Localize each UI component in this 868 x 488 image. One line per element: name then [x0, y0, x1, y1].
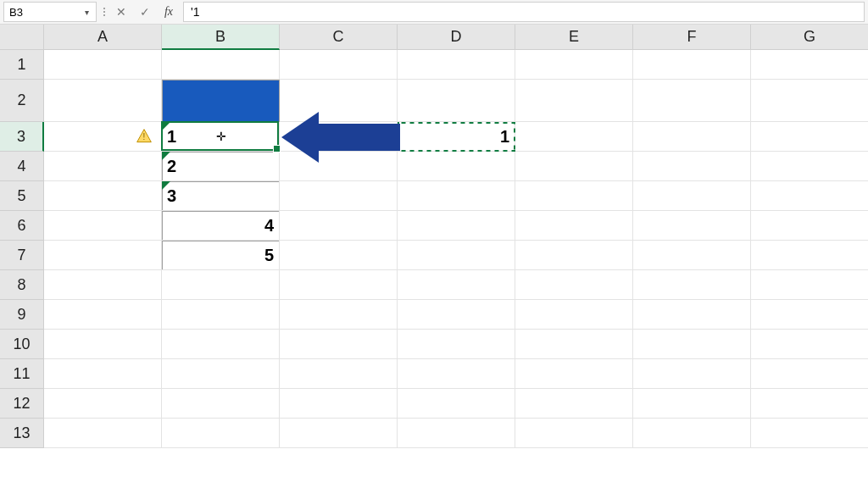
cell-D9[interactable]: [398, 300, 515, 330]
row-header-6[interactable]: 6: [0, 211, 44, 241]
column-header-G[interactable]: G: [751, 25, 868, 50]
cell-value-B5[interactable]: 3: [162, 181, 280, 211]
row-header-11[interactable]: 11: [0, 359, 44, 389]
cell-E7[interactable]: [515, 241, 633, 270]
row-header-8[interactable]: 8: [0, 270, 44, 300]
cell-A5[interactable]: [44, 181, 162, 211]
cell-F4[interactable]: [633, 152, 751, 181]
cell-A11[interactable]: [44, 359, 162, 389]
cell-G10[interactable]: [751, 330, 868, 359]
cell-D5[interactable]: [398, 181, 515, 211]
cell-C9[interactable]: [280, 300, 398, 330]
cell-G5[interactable]: [751, 181, 868, 211]
cell-F5[interactable]: [633, 181, 751, 211]
cell-E13[interactable]: [515, 419, 633, 448]
cell-G8[interactable]: [751, 270, 868, 300]
cell-C8[interactable]: [280, 270, 398, 300]
cell-E1[interactable]: [515, 50, 633, 80]
cell-A9[interactable]: [44, 300, 162, 330]
cell-value-B4[interactable]: 2: [162, 152, 280, 181]
column-header-E[interactable]: E: [515, 25, 633, 50]
cell-G3[interactable]: [751, 122, 868, 152]
cell-A13[interactable]: [44, 419, 162, 448]
cell-E2[interactable]: [515, 80, 633, 122]
cell-F10[interactable]: [633, 330, 751, 359]
cell-B13[interactable]: [162, 419, 280, 448]
column-header-C[interactable]: C: [280, 25, 398, 50]
cell-B10[interactable]: [162, 330, 280, 359]
cell-E10[interactable]: [515, 330, 633, 359]
cell-G6[interactable]: [751, 211, 868, 241]
cell-G12[interactable]: [751, 389, 868, 419]
row-header-3[interactable]: 3: [0, 122, 44, 152]
row-header-13[interactable]: 13: [0, 419, 44, 448]
cell-D13[interactable]: [398, 419, 515, 448]
cell-E6[interactable]: [515, 211, 633, 241]
row-header-10[interactable]: 10: [0, 330, 44, 359]
column-header-B[interactable]: B: [162, 25, 280, 50]
cell-A2[interactable]: [44, 80, 162, 122]
cell-B12[interactable]: [162, 389, 280, 419]
cell-A10[interactable]: [44, 330, 162, 359]
enter-button[interactable]: ✓: [136, 3, 154, 21]
cell-D10[interactable]: [398, 330, 515, 359]
cell-D2[interactable]: [398, 80, 515, 122]
row-header-7[interactable]: 7: [0, 241, 44, 270]
cell-F3[interactable]: [633, 122, 751, 152]
cell-G2[interactable]: [751, 80, 868, 122]
cell-E4[interactable]: [515, 152, 633, 181]
cell-value-B6[interactable]: 4: [162, 211, 280, 241]
row-header-9[interactable]: 9: [0, 300, 44, 330]
insert-function-button[interactable]: fx: [159, 3, 178, 21]
row-header-1[interactable]: 1: [0, 50, 44, 80]
cell-C13[interactable]: [280, 419, 398, 448]
cell-B1[interactable]: [162, 50, 280, 80]
cell-D4[interactable]: [398, 152, 515, 181]
column-header-A[interactable]: A: [44, 25, 162, 50]
row-header-5[interactable]: 5: [0, 181, 44, 211]
cell-A4[interactable]: [44, 152, 162, 181]
cell-D12[interactable]: [398, 389, 515, 419]
cell-E5[interactable]: [515, 181, 633, 211]
cell-D7[interactable]: [398, 241, 515, 270]
cell-C7[interactable]: [280, 241, 398, 270]
cell-F13[interactable]: [633, 419, 751, 448]
column-header-F[interactable]: F: [633, 25, 751, 50]
cell-G7[interactable]: [751, 241, 868, 270]
warning-icon[interactable]: !: [135, 127, 153, 146]
row-header-12[interactable]: 12: [0, 389, 44, 419]
cell-G13[interactable]: [751, 419, 868, 448]
formula-input[interactable]: '1: [183, 2, 865, 22]
cell-value-B7[interactable]: 5: [162, 241, 280, 270]
select-all-corner[interactable]: [0, 25, 44, 50]
cell-C11[interactable]: [280, 359, 398, 389]
cell-G9[interactable]: [751, 300, 868, 330]
name-box[interactable]: B3 ▾: [3, 2, 97, 22]
row-header-4[interactable]: 4: [0, 152, 44, 181]
cell-C6[interactable]: [280, 211, 398, 241]
cell-B8[interactable]: [162, 270, 280, 300]
cell-fill-B2[interactable]: [162, 80, 280, 122]
cell-E12[interactable]: [515, 389, 633, 419]
cell-A7[interactable]: [44, 241, 162, 270]
cell-G4[interactable]: [751, 152, 868, 181]
cell-C1[interactable]: [280, 50, 398, 80]
cell-B11[interactable]: [162, 359, 280, 389]
cell-D8[interactable]: [398, 270, 515, 300]
cell-A12[interactable]: [44, 389, 162, 419]
cell-F9[interactable]: [633, 300, 751, 330]
cell-C5[interactable]: [280, 181, 398, 211]
cell-D6[interactable]: [398, 211, 515, 241]
cell-A6[interactable]: [44, 211, 162, 241]
column-header-D[interactable]: D: [398, 25, 515, 50]
cell-G1[interactable]: [751, 50, 868, 80]
cell-E3[interactable]: [515, 122, 633, 152]
cell-value-B3[interactable]: 1: [162, 122, 280, 152]
cell-E9[interactable]: [515, 300, 633, 330]
cell-C12[interactable]: [280, 389, 398, 419]
cell-E11[interactable]: [515, 359, 633, 389]
worksheet-grid[interactable]: ABCDEFG12345678910111213123451✛!: [0, 25, 868, 488]
cell-A8[interactable]: [44, 270, 162, 300]
cell-F11[interactable]: [633, 359, 751, 389]
cell-F2[interactable]: [633, 80, 751, 122]
